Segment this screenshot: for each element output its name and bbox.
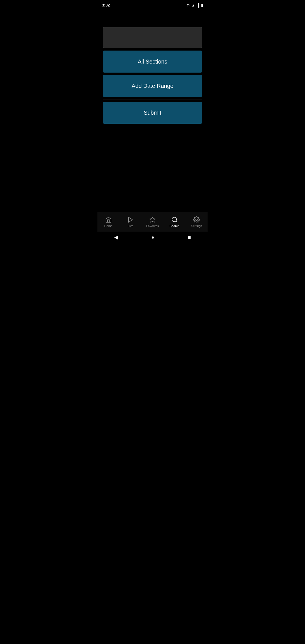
main-content: All Sections Add Date Range Submit <box>97 10 208 132</box>
live-icon <box>127 216 134 223</box>
nav-item-settings[interactable]: Settings <box>186 214 208 230</box>
all-sections-button[interactable]: All Sections <box>103 51 202 73</box>
add-date-range-button[interactable]: Add Date Range <box>103 75 202 97</box>
nav-label-favorites: Favorites <box>146 224 159 228</box>
home-button[interactable]: ● <box>146 232 160 243</box>
status-bar: 3:02 ⚙ ▲ ▐ ▮ <box>97 0 208 10</box>
nav-item-live[interactable]: Live <box>119 214 141 230</box>
svg-marker-0 <box>128 217 132 222</box>
svg-point-4 <box>196 219 197 221</box>
nav-item-favorites[interactable]: Favorites <box>141 214 164 230</box>
system-nav: ◀ ● ■ <box>97 232 208 243</box>
wifi-icon: ▲ <box>191 3 195 7</box>
settings-icon <box>193 216 200 223</box>
submit-button[interactable]: Submit <box>103 102 202 124</box>
svg-line-3 <box>176 221 177 222</box>
svg-marker-1 <box>150 217 155 222</box>
nav-item-search[interactable]: Search <box>164 214 186 230</box>
status-icons: ⚙ ▲ ▐ ▮ <box>186 3 203 7</box>
nav-label-home: Home <box>104 224 112 228</box>
gear-icon: ⚙ <box>186 3 190 7</box>
star-icon <box>149 216 156 223</box>
divider <box>103 99 202 99</box>
status-time: 3:02 <box>102 3 110 7</box>
battery-icon: ▮ <box>201 3 203 7</box>
search-icon <box>171 216 178 223</box>
nav-label-settings: Settings <box>191 224 202 228</box>
back-button[interactable]: ◀ <box>108 232 124 243</box>
search-input[interactable] <box>103 27 202 48</box>
nav-item-home[interactable]: Home <box>97 214 119 230</box>
nav-label-live: Live <box>128 224 133 228</box>
home-icon <box>105 216 112 223</box>
signal-icon: ▐ <box>197 3 199 7</box>
nav-label-search: Search <box>170 224 180 228</box>
recents-button[interactable]: ■ <box>182 232 197 243</box>
bottom-nav: Home Live Favorites Search Settings <box>97 212 208 232</box>
